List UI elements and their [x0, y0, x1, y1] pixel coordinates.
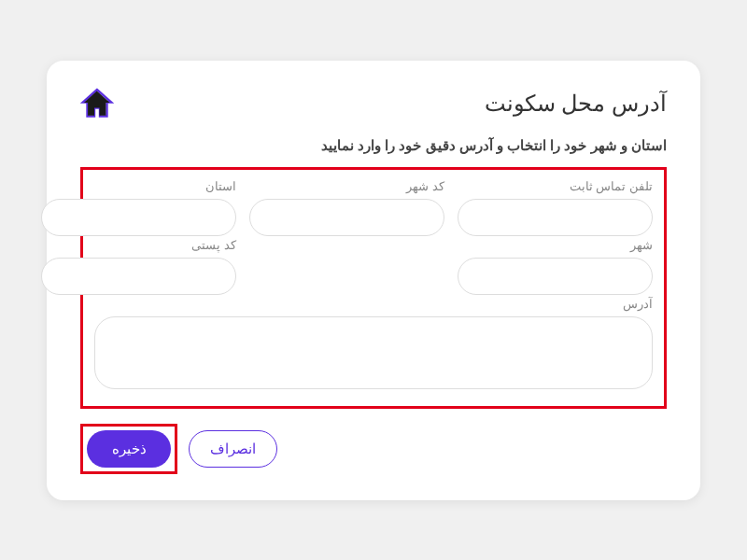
- input-phone[interactable]: [458, 199, 653, 236]
- cancel-button[interactable]: انصراف: [189, 430, 277, 468]
- save-button-highlight: ذخیره: [80, 424, 177, 474]
- form-subtitle: استان و شهر خود را انتخاب و آدرس دقیق خو…: [80, 137, 667, 154]
- save-button[interactable]: ذخیره: [87, 430, 171, 468]
- form-row-2: شهر . کد پستی: [94, 238, 653, 295]
- field-province: استان: [41, 179, 236, 236]
- field-city: شهر: [458, 238, 653, 295]
- field-address: آدرس: [94, 297, 653, 389]
- field-postal: کد پستی: [41, 238, 236, 295]
- address-form-card: آدرس محل سکونت استان و شهر خود را انتخاب…: [47, 61, 700, 500]
- label-phone: تلفن تماس ثابت: [458, 179, 653, 193]
- input-province[interactable]: [41, 199, 236, 236]
- page-title: آدرس محل سکونت: [485, 91, 667, 117]
- card-header: آدرس محل سکونت: [80, 87, 667, 120]
- input-address[interactable]: [94, 316, 653, 389]
- field-phone: تلفن تماس ثابت: [458, 179, 653, 236]
- label-address: آدرس: [94, 297, 653, 311]
- label-city: شهر: [458, 238, 653, 252]
- form-row-3: آدرس: [94, 297, 653, 389]
- field-city-code: کد شهر: [249, 179, 444, 236]
- form-row-1: تلفن تماس ثابت کد شهر استان: [94, 179, 653, 236]
- input-city-code[interactable]: [249, 199, 444, 236]
- label-province: استان: [41, 179, 236, 193]
- label-postal: کد پستی: [41, 238, 236, 252]
- form-fields-highlight: تلفن تماس ثابت کد شهر استان شهر .: [80, 167, 667, 409]
- input-postal[interactable]: [41, 258, 236, 295]
- input-city[interactable]: [458, 258, 653, 295]
- home-icon: [80, 87, 114, 120]
- form-actions: انصراف ذخیره: [80, 424, 667, 474]
- label-city-code: کد شهر: [249, 179, 444, 193]
